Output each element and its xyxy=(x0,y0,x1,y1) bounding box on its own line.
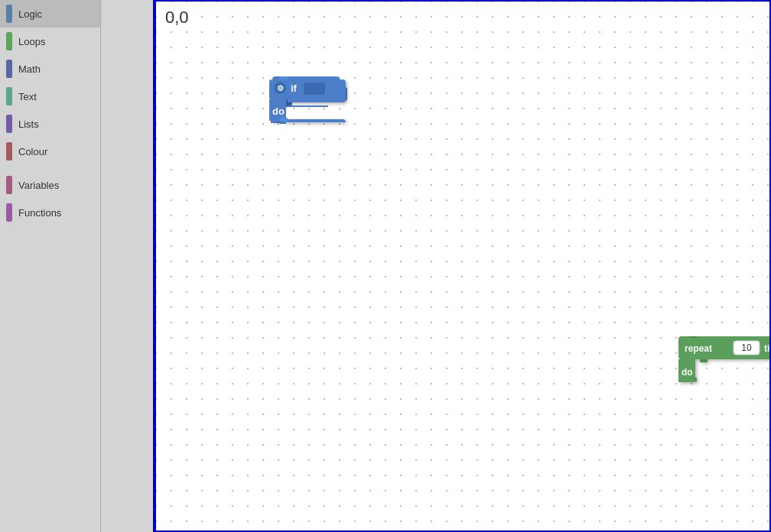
sidebar: Logic Loops Math Text Lists Colour Varia… xyxy=(0,0,101,532)
if-block-canvas[interactable]: ⚙ if do xyxy=(269,76,353,141)
svg-text:if: if xyxy=(291,83,298,94)
workspace-coordinates: 0,0 xyxy=(165,8,189,28)
svg-rect-21 xyxy=(280,118,288,122)
svg-rect-19 xyxy=(304,83,325,95)
svg-text:10: 10 xyxy=(741,342,752,353)
functions-color-indicator xyxy=(6,203,12,222)
sidebar-label-functions: Functions xyxy=(18,207,61,219)
sidebar-label-math: Math xyxy=(18,63,41,75)
sidebar-item-logic[interactable]: Logic xyxy=(0,0,100,28)
sidebar-item-loops[interactable]: Loops xyxy=(0,28,100,55)
repeat-block-canvas[interactable]: repeat 10 times do xyxy=(678,336,771,391)
workspace[interactable]: 0,0 ⚙ if do xyxy=(155,0,771,532)
svg-rect-24 xyxy=(689,336,697,338)
svg-text:⚙: ⚙ xyxy=(277,84,284,92)
sidebar-label-variables: Variables xyxy=(18,180,59,191)
svg-text:times: times xyxy=(764,343,771,354)
svg-text:do: do xyxy=(682,367,693,378)
svg-rect-30 xyxy=(700,359,708,362)
sidebar-item-text[interactable]: Text xyxy=(0,83,100,110)
variables-color-indicator xyxy=(6,176,12,194)
loops-color-indicator xyxy=(6,32,12,50)
toolbox-panel xyxy=(101,0,155,532)
sidebar-item-functions[interactable]: Functions xyxy=(0,199,100,226)
sidebar-label-logic: Logic xyxy=(18,8,42,20)
colour-color-indicator xyxy=(6,142,12,161)
lists-color-indicator xyxy=(6,115,12,133)
sidebar-item-variables[interactable]: Variables xyxy=(0,171,100,199)
svg-rect-13 xyxy=(269,79,272,99)
sidebar-label-loops: Loops xyxy=(18,36,45,47)
text-color-indicator xyxy=(6,87,12,105)
sidebar-item-lists[interactable]: Lists xyxy=(0,110,100,138)
svg-text:do: do xyxy=(272,105,285,117)
sidebar-label-lists: Lists xyxy=(18,118,39,130)
svg-rect-33 xyxy=(678,378,695,382)
sidebar-label-colour: Colour xyxy=(18,146,47,157)
math-color-indicator xyxy=(6,60,12,78)
svg-text:repeat: repeat xyxy=(685,343,712,354)
svg-rect-15 xyxy=(280,76,288,79)
right-area: 0,0 ⚙ if do xyxy=(101,0,771,532)
sidebar-item-math[interactable]: Math xyxy=(0,55,100,83)
sidebar-item-colour[interactable]: Colour xyxy=(0,138,100,165)
logic-color-indicator xyxy=(6,5,12,23)
sidebar-label-text: Text xyxy=(18,91,37,102)
